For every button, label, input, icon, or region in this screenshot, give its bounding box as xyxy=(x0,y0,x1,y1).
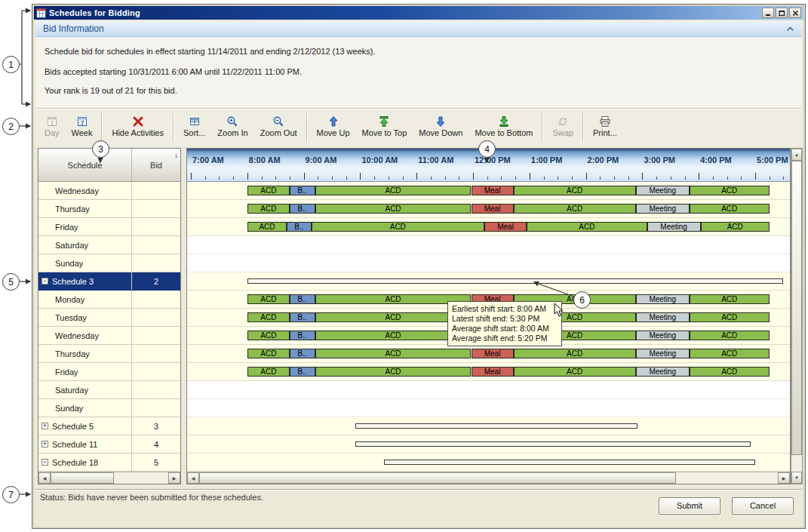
activity-bar-acd[interactable]: ACD xyxy=(247,222,287,232)
bid-information-header[interactable]: Bid Information xyxy=(35,21,802,37)
activity-bar-acd[interactable]: ACD xyxy=(247,331,290,340)
timeline-vertical-scrollbar[interactable]: ▲ ▼ xyxy=(791,148,803,484)
toolbar-button-zoom-in[interactable]: Zoom In xyxy=(211,111,253,140)
schedule-row-thursday-9[interactable]: Thursday xyxy=(38,345,180,363)
activity-bar-meeting[interactable]: Meeting xyxy=(636,312,690,322)
schedule-row-schedule-3-5[interactable]: −Schedule 32 xyxy=(38,272,180,291)
minimize-button[interactable] xyxy=(762,8,774,18)
timeline-row-schedule-11-14[interactable] xyxy=(187,435,790,454)
activity-bar-acd[interactable]: ACD xyxy=(690,186,770,195)
scroll-right-icon[interactable]: ▶ xyxy=(778,472,790,484)
activity-bar-meeting[interactable]: Meeting xyxy=(636,204,690,214)
activity-bar-meal[interactable]: Meal xyxy=(472,204,514,214)
schedule-summary-bar[interactable] xyxy=(355,441,751,447)
scroll-up-icon[interactable]: ▲ xyxy=(791,149,802,161)
schedule-row-sunday-12[interactable]: Sunday xyxy=(38,399,180,417)
scrollbar-thumb[interactable] xyxy=(791,161,802,455)
expand-icon[interactable]: + xyxy=(41,423,48,429)
schedule-row-saturday-3[interactable]: Saturday xyxy=(38,236,180,254)
activity-bar-acd[interactable]: ACD xyxy=(247,367,290,377)
schedule-summary-bar[interactable] xyxy=(355,423,637,429)
title-bar[interactable]: Schedules for Bidding xyxy=(34,6,803,20)
activity-bar-acd[interactable]: ACD xyxy=(315,367,472,377)
close-button[interactable] xyxy=(789,8,801,18)
activity-bar-meal[interactable]: Meal xyxy=(472,367,514,377)
activity-bar-acd[interactable]: ACD xyxy=(312,222,484,232)
activity-bar-acd[interactable]: ACD xyxy=(514,349,636,358)
activity-bar-acd[interactable]: ACD xyxy=(690,294,770,304)
schedule-row-friday-10[interactable]: Friday xyxy=(38,363,180,381)
timeline-row-schedule-5-13[interactable] xyxy=(187,417,790,435)
activity-bar-acd[interactable]: ACD xyxy=(690,204,770,214)
activity-bar-meal[interactable]: Meal xyxy=(484,222,527,232)
activity-bar-acd[interactable]: ACD xyxy=(690,367,770,377)
scroll-left-icon[interactable]: ◀ xyxy=(38,472,51,484)
activity-bar-acd[interactable]: ACD xyxy=(690,312,770,322)
scrollbar-thumb[interactable] xyxy=(51,472,114,484)
activity-bar-acd[interactable]: ACD xyxy=(247,294,290,304)
schedule-row-tuesday-7[interactable]: Tuesday xyxy=(38,309,180,327)
toolbar-button-zoom-out[interactable]: Zoom Out xyxy=(254,111,303,140)
bid-column-header[interactable]: Bid xyxy=(132,149,180,181)
activity-bar-meeting[interactable]: Meeting xyxy=(636,294,690,304)
activity-bar-acd[interactable]: ACD xyxy=(247,204,290,214)
activity-bar-acd[interactable]: ACD xyxy=(514,204,636,214)
schedule-row-saturday-11[interactable]: Saturday xyxy=(38,381,180,399)
activity-bar-acd[interactable]: ACD xyxy=(514,186,636,195)
timeline-row-wednesday-0[interactable]: ACDB..ACDMealACDMeetingACD xyxy=(187,182,790,200)
activity-bar-break[interactable]: B.. xyxy=(290,349,315,358)
activity-bar-meeting[interactable]: Meeting xyxy=(636,349,690,358)
schedule-row-schedule-18-15[interactable]: −Schedule 185 xyxy=(38,454,180,472)
schedule-row-wednesday-8[interactable]: Wednesday xyxy=(38,327,180,345)
timeline-row-thursday-9[interactable]: ACDB..ACDMealACDMeetingACD xyxy=(187,345,790,363)
activity-bar-acd[interactable]: ACD xyxy=(247,349,290,358)
schedule-summary-bar[interactable] xyxy=(384,460,755,465)
timeline-row-thursday-1[interactable]: ACDB..ACDMealACDMeetingACD xyxy=(187,200,790,218)
schedule-column-header[interactable]: Schedule xyxy=(38,149,132,181)
activity-bar-meeting[interactable]: Meeting xyxy=(636,186,690,195)
activity-bar-break[interactable]: B.. xyxy=(290,312,315,322)
activity-bar-break[interactable]: B.. xyxy=(290,331,315,340)
activity-bar-meeting[interactable]: Meeting xyxy=(636,367,690,377)
timeline-row-schedule-18-15[interactable] xyxy=(187,454,790,472)
activity-bar-acd[interactable]: ACD xyxy=(315,349,472,358)
timeline-row-friday-10[interactable]: ACDB..ACDMealACDMeetingACD xyxy=(187,363,790,381)
table-horizontal-scrollbar[interactable]: ◀ ▶ xyxy=(38,472,180,484)
scroll-left-icon[interactable]: ◀ xyxy=(187,472,199,484)
activity-bar-acd[interactable]: ACD xyxy=(247,186,290,195)
toolbar-button-print[interactable]: Print... xyxy=(587,111,623,140)
activity-bar-break[interactable]: B.. xyxy=(290,186,315,195)
schedule-row-thursday-1[interactable]: Thursday xyxy=(38,200,180,218)
schedule-row-friday-2[interactable]: Friday xyxy=(38,218,180,236)
toolbar-button-move-to-top[interactable]: Move to Top xyxy=(356,111,413,140)
activity-bar-acd[interactable]: ACD xyxy=(701,222,770,232)
activity-bar-break[interactable]: B.. xyxy=(287,222,311,232)
activity-bar-acd[interactable]: ACD xyxy=(690,349,770,358)
schedule-row-monday-6[interactable]: Monday xyxy=(38,291,180,309)
schedule-row-sunday-4[interactable]: Sunday xyxy=(38,254,180,272)
timeline-row-schedule-3-5[interactable] xyxy=(187,272,790,291)
scrollbar-thumb[interactable] xyxy=(199,472,676,484)
timeline-horizontal-scrollbar[interactable]: ◀ ▶ xyxy=(187,472,790,484)
toolbar-button-hide-activities[interactable]: Hide Activities xyxy=(106,111,169,140)
toolbar-button-week[interactable]: 7Week xyxy=(66,111,99,140)
schedule-row-schedule-5-13[interactable]: +Schedule 53 xyxy=(38,417,180,435)
collapse-icon[interactable]: − xyxy=(41,278,48,284)
scroll-down-icon[interactable]: ▼ xyxy=(791,472,802,484)
timeline-row-saturday-3[interactable] xyxy=(187,236,790,254)
activity-bar-break[interactable]: B.. xyxy=(290,367,315,377)
toolbar-button-move-down[interactable]: Move Down xyxy=(413,111,469,140)
toolbar-button-move-to-bottom[interactable]: Move to Bottom xyxy=(469,111,539,140)
schedule-table-header[interactable]: Schedule Bid ↓ xyxy=(38,149,180,182)
activity-bar-acd[interactable]: ACD xyxy=(315,204,472,214)
cancel-button[interactable]: Cancel xyxy=(732,497,794,515)
activity-bar-meal[interactable]: Meal xyxy=(472,186,514,195)
submit-button[interactable]: Submit xyxy=(659,497,720,515)
maximize-button[interactable] xyxy=(776,8,788,18)
schedule-summary-bar[interactable] xyxy=(247,278,784,284)
expand-icon[interactable]: + xyxy=(41,441,48,447)
timeline-row-sunday-12[interactable] xyxy=(187,399,790,417)
activity-bar-meal[interactable]: Meal xyxy=(472,349,514,358)
toolbar-button-move-up[interactable]: Move Up xyxy=(311,111,356,140)
collapse-icon[interactable]: − xyxy=(41,459,48,466)
